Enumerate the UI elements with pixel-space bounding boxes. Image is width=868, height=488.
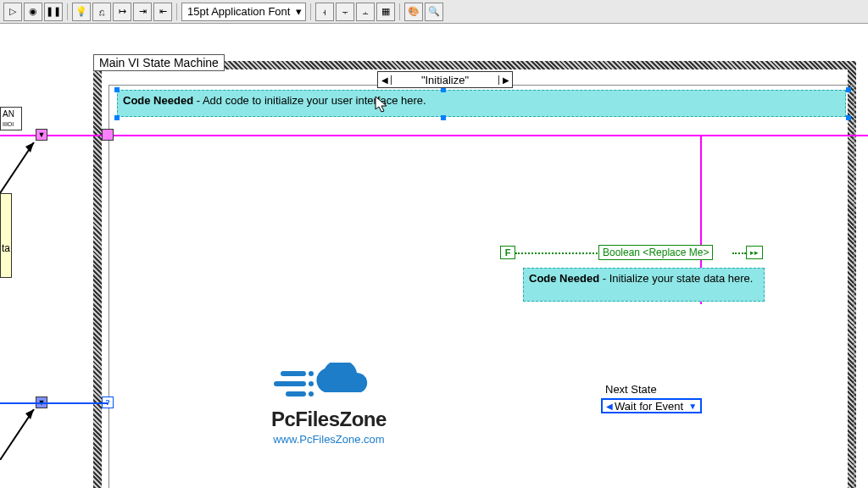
abort-button[interactable]: ◉ <box>24 3 42 21</box>
svg-rect-6 <box>286 391 306 396</box>
svg-point-9 <box>309 391 314 396</box>
next-state-label: Next State <box>605 383 657 396</box>
retain-button[interactable]: ⎌ <box>92 3 111 21</box>
label-fragment: ta <box>2 242 10 254</box>
align-left-button[interactable]: ⫞ <box>315 3 334 21</box>
svg-marker-3 <box>25 409 34 419</box>
comment-text: - Initialize your state data here. <box>599 272 753 285</box>
cluster-constant[interactable]: ANIIIOI <box>0 107 22 130</box>
highlight-button[interactable]: 💡 <box>72 3 91 21</box>
bundle-node[interactable] <box>0 193 12 278</box>
comment-initialize-ui[interactable]: Code Needed - Add code to initialize you… <box>117 90 846 117</box>
next-state-enum[interactable]: ◀ Wait for Event ▼ <box>601 398 702 413</box>
svg-point-7 <box>309 371 314 376</box>
boolean-indicator[interactable]: Boolean <Replace Me> <box>598 245 713 260</box>
toolbar: ▷ ◉ ❚❚ 💡 ⎌ ↦ ⇥ ⇤ 15pt Application Font ⫞… <box>0 0 868 24</box>
boolean-wire <box>732 252 746 254</box>
shift-register-left[interactable]: ▼ <box>36 129 47 141</box>
block-diagram-canvas[interactable]: Main VI State Machine ◀ "Initialize" ▶ C… <box>0 24 868 488</box>
step-over-button[interactable]: ⇥ <box>133 3 152 21</box>
case-selector[interactable]: ◀ "Initialize" ▶ <box>377 71 513 88</box>
reorder-button[interactable]: 🎨 <box>404 3 423 21</box>
align-center-button[interactable]: ⫟ <box>336 3 354 21</box>
font-selector[interactable]: 15pt Application Font <box>181 3 306 21</box>
svg-rect-4 <box>281 371 306 376</box>
boolean-wire <box>515 252 600 254</box>
while-loop-label: Main VI State Machine <box>93 54 225 71</box>
watermark-url: www.PcFilesZone.com <box>271 433 387 446</box>
step-into-button[interactable]: ↦ <box>113 3 131 21</box>
watermark-brand: PcFilesZone <box>271 408 387 431</box>
enum-decrement-icon[interactable]: ◀ <box>604 402 615 411</box>
pause-button[interactable]: ❚❚ <box>44 3 63 21</box>
cluster-wire <box>108 135 702 136</box>
cloud-icon <box>274 363 384 405</box>
align-right-button[interactable]: ⫠ <box>356 3 375 21</box>
arrow-icon <box>0 409 42 460</box>
run-button[interactable]: ▷ <box>3 3 22 21</box>
cluster-wire <box>0 135 108 136</box>
selection-handle[interactable] <box>114 87 120 92</box>
comment-bold-label: Code Needed <box>529 272 599 285</box>
step-out-button[interactable]: ⇤ <box>153 3 172 21</box>
selection-handle[interactable] <box>114 115 120 120</box>
cluster-wire <box>702 135 868 136</box>
svg-rect-5 <box>274 381 306 386</box>
case-next-icon[interactable]: ▶ <box>498 75 512 85</box>
case-value[interactable]: "Initialize" <box>392 74 498 86</box>
selection-handle[interactable] <box>441 115 446 120</box>
selection-handle[interactable] <box>846 87 851 92</box>
boolean-tunnel[interactable]: ▸▸ <box>746 246 763 259</box>
distribute-button[interactable]: ▦ <box>376 3 395 21</box>
arrow-icon <box>0 142 42 193</box>
watermark-logo: PcFilesZone www.PcFilesZone.com <box>271 363 387 446</box>
case-tunnel-left[interactable] <box>102 129 114 141</box>
comment-text: - Add code to initialize your user inter… <box>193 94 426 107</box>
comment-initialize-state[interactable]: Code Needed - Initialize your state data… <box>523 268 765 302</box>
comment-bold-label: Code Needed <box>123 94 193 107</box>
selection-handle[interactable] <box>846 115 851 120</box>
search-button[interactable]: 🔍 <box>425 3 443 21</box>
enum-increment-icon[interactable]: ▼ <box>687 402 698 411</box>
svg-marker-1 <box>25 142 34 152</box>
svg-point-8 <box>309 381 314 386</box>
enum-value: Wait for Event <box>615 400 683 413</box>
enum-wire <box>0 402 108 404</box>
boolean-false-constant[interactable]: F <box>500 246 515 259</box>
case-prev-icon[interactable]: ◀ <box>378 75 392 85</box>
